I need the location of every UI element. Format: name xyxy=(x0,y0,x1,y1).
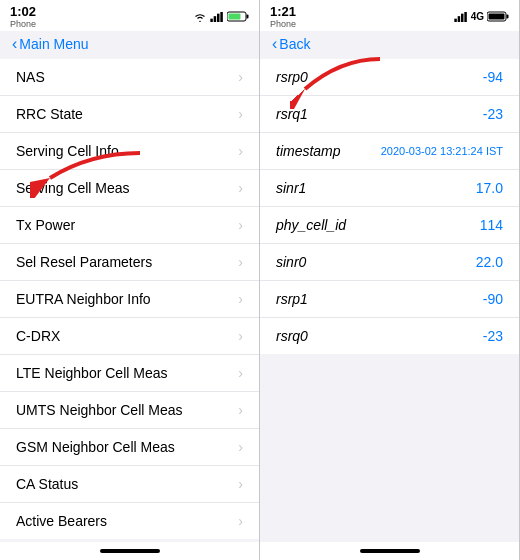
right-status-icons: 4G xyxy=(454,11,509,22)
detail-sinr0-key: sinr0 xyxy=(276,254,306,270)
list-item-lte-chevron: › xyxy=(238,365,243,381)
wifi-icon xyxy=(193,12,207,22)
list-item-cdrx-chevron: › xyxy=(238,328,243,344)
list-item-gsm-label: GSM Neighbor Cell Meas xyxy=(16,439,175,455)
svg-rect-5 xyxy=(247,15,249,19)
right-back-label: Back xyxy=(279,36,310,52)
battery-icon xyxy=(227,11,249,22)
list-item-sci-chevron: › xyxy=(238,143,243,159)
svg-rect-12 xyxy=(507,15,509,19)
left-status-label: Phone xyxy=(10,19,36,29)
right-back-button[interactable]: ‹ Back xyxy=(272,35,310,53)
right-home-bar xyxy=(360,549,420,553)
detail-rsrp0-key: rsrp0 xyxy=(276,69,308,85)
list-item-cdrx[interactable]: C-DRX › xyxy=(0,318,259,355)
list-item-eutra-label: EUTRA Neighbor Info xyxy=(16,291,151,307)
list-item-gsm-chevron: › xyxy=(238,439,243,455)
svg-rect-13 xyxy=(489,14,505,20)
list-item-gsm[interactable]: GSM Neighbor Cell Meas › xyxy=(0,429,259,466)
left-time: 1:02 xyxy=(10,4,36,19)
list-item-sel-label: Sel Resel Parameters xyxy=(16,254,152,270)
detail-timestamp-value: 2020-03-02 13:21:24 IST xyxy=(381,145,503,157)
list-item-active-bearers[interactable]: Active Bearers › xyxy=(0,503,259,539)
list-item-rrc-chevron: › xyxy=(238,106,243,122)
right-detail-list: rsrp0 -94 rsrq1 -23 timestamp 2020-03-02… xyxy=(260,59,519,354)
left-list: NAS › RRC State › Serving Cell Info › Se… xyxy=(0,59,259,539)
detail-rsrp1: rsrp1 -90 xyxy=(260,281,519,318)
right-signal-icon xyxy=(454,12,468,22)
right-status-left: 1:21 Phone xyxy=(270,4,296,29)
app-container: 1:02 Phone xyxy=(0,0,520,560)
detail-sinr0-value: 22.0 xyxy=(476,254,503,270)
list-item-scm-label: Serving Cell Meas xyxy=(16,180,130,196)
detail-timestamp: timestamp 2020-03-02 13:21:24 IST xyxy=(260,133,519,170)
detail-rsrq0-value: -23 xyxy=(483,328,503,344)
list-item-umts-label: UMTS Neighbor Cell Meas xyxy=(16,402,183,418)
list-item-umts[interactable]: UMTS Neighbor Cell Meas › xyxy=(0,392,259,429)
list-item-sci-label: Serving Cell Info xyxy=(16,143,119,159)
right-status-label: Phone xyxy=(270,19,296,29)
list-item-scm-chevron: › xyxy=(238,180,243,196)
right-panel: 1:21 Phone 4G ‹ xyxy=(260,0,520,560)
left-back-label: Main Menu xyxy=(19,36,88,52)
list-item-ca-label: CA Status xyxy=(16,476,78,492)
svg-rect-7 xyxy=(454,18,457,21)
list-item-lte-label: LTE Neighbor Cell Meas xyxy=(16,365,167,381)
list-item-ca-chevron: › xyxy=(238,476,243,492)
left-nav-bar: ‹ Main Menu xyxy=(0,31,259,59)
list-item-eutra[interactable]: EUTRA Neighbor Info › xyxy=(0,281,259,318)
detail-sinr1: sinr1 17.0 xyxy=(260,170,519,207)
list-item-rrc-state-label: RRC State xyxy=(16,106,83,122)
list-item-tx-label: Tx Power xyxy=(16,217,75,233)
list-item-ca-status[interactable]: CA Status › xyxy=(0,466,259,503)
svg-rect-2 xyxy=(217,13,220,21)
detail-rsrp1-value: -90 xyxy=(483,291,503,307)
list-item-nas-chevron: › xyxy=(238,69,243,85)
detail-timestamp-key: timestamp xyxy=(276,143,341,159)
list-item-ab-chevron: › xyxy=(238,513,243,529)
network-type-label: 4G xyxy=(471,11,484,22)
detail-phy-cell-id-value: 114 xyxy=(480,217,503,233)
detail-rsrq1: rsrq1 -23 xyxy=(260,96,519,133)
detail-rsrq0-key: rsrq0 xyxy=(276,328,308,344)
right-status-bar: 1:21 Phone 4G xyxy=(260,0,519,31)
list-item-rrc-state[interactable]: RRC State › xyxy=(0,96,259,133)
detail-phy-cell-id: phy_cell_id 114 xyxy=(260,207,519,244)
right-nav-bar: ‹ Back xyxy=(260,31,519,59)
svg-rect-0 xyxy=(210,18,213,21)
left-home-bar xyxy=(100,549,160,553)
detail-phy-cell-id-key: phy_cell_id xyxy=(276,217,346,233)
left-panel: 1:02 Phone xyxy=(0,0,260,560)
left-home-indicator xyxy=(0,542,259,560)
list-item-tx-chevron: › xyxy=(238,217,243,233)
list-item-tx-power[interactable]: Tx Power › xyxy=(0,207,259,244)
right-battery-icon xyxy=(487,11,509,22)
right-back-chevron-icon: ‹ xyxy=(272,35,277,53)
list-item-umts-chevron: › xyxy=(238,402,243,418)
left-status-left: 1:02 Phone xyxy=(10,4,36,29)
left-back-button[interactable]: ‹ Main Menu xyxy=(12,35,89,53)
left-status-bar: 1:02 Phone xyxy=(0,0,259,31)
left-back-chevron-icon: ‹ xyxy=(12,35,17,53)
svg-rect-10 xyxy=(464,12,467,22)
detail-rsrq1-value: -23 xyxy=(483,106,503,122)
right-home-indicator xyxy=(260,542,519,560)
detail-sinr1-value: 17.0 xyxy=(476,180,503,196)
detail-rsrp0: rsrp0 -94 xyxy=(260,59,519,96)
list-item-sel-resel[interactable]: Sel Resel Parameters › xyxy=(0,244,259,281)
svg-rect-9 xyxy=(461,13,464,21)
right-time: 1:21 xyxy=(270,4,296,19)
left-status-icons xyxy=(193,11,249,22)
detail-rsrp1-key: rsrp1 xyxy=(276,291,308,307)
list-item-sel-chevron: › xyxy=(238,254,243,270)
detail-rsrq0: rsrq0 -23 xyxy=(260,318,519,354)
svg-rect-6 xyxy=(229,14,241,20)
list-item-cdrx-label: C-DRX xyxy=(16,328,60,344)
list-item-nas[interactable]: NAS › xyxy=(0,59,259,96)
svg-rect-3 xyxy=(220,12,223,22)
detail-rsrp0-value: -94 xyxy=(483,69,503,85)
list-item-lte-neighbor[interactable]: LTE Neighbor Cell Meas › xyxy=(0,355,259,392)
list-item-serving-cell-meas[interactable]: Serving Cell Meas › xyxy=(0,170,259,207)
detail-sinr1-key: sinr1 xyxy=(276,180,306,196)
list-item-serving-cell-info[interactable]: Serving Cell Info › xyxy=(0,133,259,170)
